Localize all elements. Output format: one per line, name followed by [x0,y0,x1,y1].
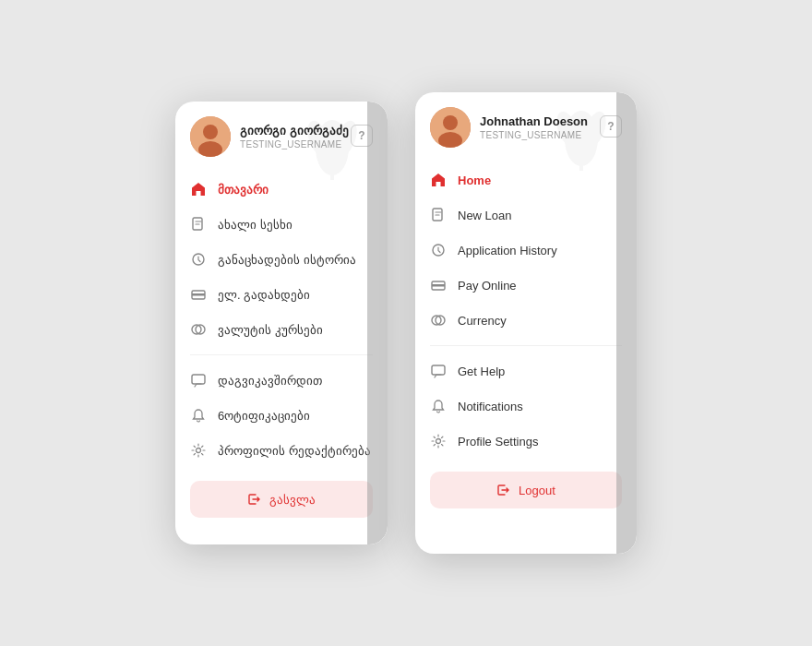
right-logout-label: Logout [519,484,555,497]
right-logout-icon [496,483,511,497]
clock-icon [190,251,207,268]
left-divider [190,354,373,355]
right-help-button[interactable]: ? [600,115,622,138]
svg-rect-10 [192,293,205,296]
svg-rect-28 [432,365,445,375]
right-menu-item-pay-online[interactable]: Pay Online [415,268,637,303]
left-menu-group2: დაგვიკავშირდით 6ოტიფიკაციები პროფილის რე… [175,361,388,470]
left-menu-item-home[interactable]: მთავარი [175,172,388,207]
right-home-label: Home [458,173,491,187]
right-avatar [430,107,471,148]
svg-point-14 [197,449,201,453]
right-doc-icon [430,207,447,223]
home-icon [190,181,207,197]
right-home-icon [430,172,447,188]
right-new-loan-label: New Loan [458,209,512,222]
left-menu-item-pay-online[interactable]: ელ. გადახდები [175,277,388,312]
doc-icon [190,216,207,233]
right-history-label: Application History [458,244,557,257]
right-menu-item-new-loan[interactable]: New Loan [415,197,637,233]
right-gear-icon [430,433,447,449]
left-avatar [190,116,231,157]
right-clock-icon [430,242,447,258]
bell-icon [190,407,207,424]
card-icon [190,286,207,303]
left-pay-online-label: ელ. გადახდები [218,288,310,302]
right-currency-label: Currency [458,314,507,328]
left-logout-section: გასვლა [175,470,388,532]
right-profile-settings-label: Profile Settings [458,435,538,449]
right-menu-group1: Home New Loan Application History Pay On… [415,161,637,340]
right-menu-group2: Get Help Notifications Profile Settings [415,352,637,461]
gear-icon [190,442,207,459]
left-profile-section: გიორგი გიორგაძე TESTING_USERNAME ? [175,102,388,170]
right-menu-item-currency[interactable]: Currency [415,303,637,338]
right-menu-item-profile-settings[interactable]: Profile Settings [415,424,637,459]
right-currency-icon [430,312,447,329]
left-menu-item-notifications[interactable]: 6ოტიფიკაციები [175,398,388,433]
right-profile-section: Johnathan Doeson TESTING_USERNAME ? [415,92,637,161]
right-chat-icon [430,363,447,379]
logout-icon [247,492,262,507]
right-logout-section: Logout [415,461,637,523]
svg-rect-13 [192,375,205,384]
chat-icon [190,372,207,389]
left-logout-label: გასვლა [269,493,316,507]
left-menu-item-get-help[interactable]: დაგვიკავშირდით [175,363,388,398]
svg-point-29 [436,439,441,444]
left-currency-label: ვალუტის კურსები [218,323,323,337]
left-home-label: მთავარი [218,183,269,197]
right-menu-item-notifications[interactable]: Notifications [415,389,637,424]
right-logout-button[interactable]: Logout [430,472,622,508]
left-menu-item-history[interactable]: განაცხადების ისტორია [175,242,388,277]
left-help-button[interactable]: ? [351,125,373,147]
right-pay-online-label: Pay Online [458,279,517,293]
right-get-help-label: Get Help [458,365,505,378]
right-card: Johnathan Doeson TESTING_USERNAME ? Home… [415,92,637,554]
right-menu-item-home[interactable]: Home [415,162,637,197]
right-card-icon [430,277,447,293]
left-logout-button[interactable]: გასვლა [190,481,373,518]
right-notifications-label: Notifications [458,400,523,413]
right-bell-icon [430,398,447,414]
svg-rect-25 [432,284,445,287]
left-notifications-label: 6ოტიფიკაციები [218,409,310,423]
svg-point-20 [443,115,458,130]
left-card: გიორგი გიორგაძე TESTING_USERNAME ? მთავა… [175,102,388,544]
left-get-help-label: დაგვიკავშირდით [218,374,322,388]
right-menu-item-history[interactable]: Application History [415,233,637,268]
left-menu-item-currency[interactable]: ვალუტის კურსები [175,312,388,347]
left-menu-item-new-loan[interactable]: ახალი სესხი [175,207,388,242]
left-profile-settings-label: პროფილის რედაქტირება [218,444,371,458]
left-new-loan-label: ახალი სესხი [218,218,293,232]
left-menu-item-profile-settings[interactable]: პროფილის რედაქტირება [175,433,388,468]
currency-icon [190,321,207,338]
left-menu-group1: მთავარი ახალი სესხი განაცხადების ისტორია… [175,170,388,349]
scene: გიორგი გიორგაძე TESTING_USERNAME ? მთავა… [0,0,812,646]
right-menu-item-get-help[interactable]: Get Help [415,353,637,389]
svg-point-5 [203,125,218,139]
right-divider [430,345,622,346]
left-history-label: განაცხადების ისტორია [218,253,356,267]
